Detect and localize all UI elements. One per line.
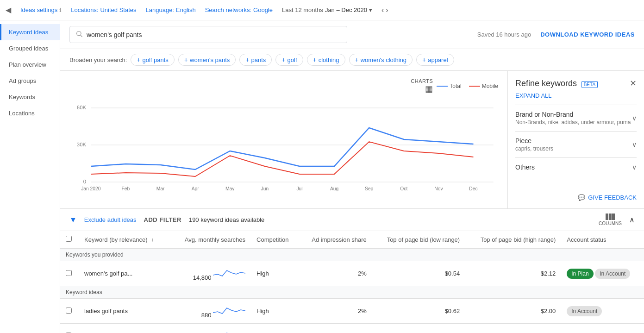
- download-keyword-ideas-button[interactable]: DOWNLOAD KEYWORD IDEAS: [540, 31, 635, 38]
- bid-high-cell: $2.00: [465, 299, 561, 324]
- plus-icon: +: [281, 56, 285, 63]
- th-select-all[interactable]: [60, 231, 79, 248]
- add-filter-button[interactable]: ADD FILTER: [144, 216, 181, 223]
- svg-text:May: May: [225, 186, 235, 191]
- ideas-settings[interactable]: Ideas settings ℹ: [20, 6, 62, 13]
- table-row: ladies golf pants 880 High 2% $0.62 $2.0…: [60, 299, 644, 324]
- sidebar-item-plan-overview[interactable]: Plan overview: [0, 57, 60, 73]
- refine-section-piece-content: Piece capris, trousers: [515, 137, 553, 152]
- collapse-table-button[interactable]: ∧: [629, 215, 635, 224]
- th-ad-impression[interactable]: Ad impression share: [299, 231, 372, 248]
- sidebar-item-grouped-ideas[interactable]: Grouped ideas: [0, 40, 60, 57]
- broaden-chip-pants[interactable]: +pants: [239, 54, 272, 66]
- row-checkbox-cell[interactable]: [60, 299, 79, 324]
- bid-low-cell: $0.62: [372, 299, 465, 324]
- in-account-badge[interactable]: In Account: [595, 269, 630, 279]
- bid-low-cell: $0.33: [372, 324, 465, 333]
- competition-cell: High: [251, 299, 299, 324]
- broaden-chip-apparel[interactable]: +apparel: [416, 54, 454, 66]
- date-range-label: Last 12 months: [282, 6, 323, 13]
- select-all-checkbox[interactable]: [66, 236, 72, 242]
- chart-container: CHARTS ▦ Total Mobile: [60, 71, 507, 209]
- date-prev-button[interactable]: ‹: [381, 6, 384, 14]
- date-range-value: Jan – Dec 2020: [325, 6, 367, 13]
- language-value[interactable]: English: [176, 6, 196, 13]
- plus-icon: +: [422, 56, 426, 63]
- broaden-chip-women's-clothing[interactable]: +women's clothing: [349, 54, 413, 66]
- ad-imp-cell: < 1%: [299, 324, 372, 333]
- collapse-sidebar-icon[interactable]: ◀: [6, 6, 11, 14]
- feedback-icon: 💬: [578, 194, 585, 201]
- refine-section-others-header[interactable]: Others ∨: [515, 163, 637, 171]
- row-checkbox-cell[interactable]: [60, 324, 79, 333]
- expand-all-button[interactable]: EXPAND ALL: [515, 92, 637, 99]
- refine-section-piece-title: Piece: [515, 137, 553, 145]
- svg-text:Mar: Mar: [156, 186, 165, 191]
- refine-section-brand-content: Brand or Non-Brand Non-Brands, nike, adi…: [515, 111, 631, 126]
- search-area: Saved 16 hours ago DOWNLOAD KEYWORD IDEA…: [60, 20, 644, 49]
- svg-line-1: [81, 35, 82, 37]
- row-checkbox[interactable]: [66, 270, 72, 276]
- th-account-status[interactable]: Account status: [561, 231, 644, 248]
- th-keyword[interactable]: Keyword (by relevance) ↓: [79, 231, 171, 248]
- row-checkbox-cell[interactable]: [60, 261, 79, 286]
- legend-total-label: Total: [450, 83, 461, 89]
- date-dropdown-icon[interactable]: ▾: [369, 6, 372, 13]
- refine-section-piece-header[interactable]: Piece capris, trousers ∨: [515, 137, 637, 152]
- search-networks-value[interactable]: Google: [253, 6, 273, 13]
- sidebar-item-locations[interactable]: Locations: [0, 105, 60, 121]
- refine-header: Refine keywords BETA ✕: [515, 78, 637, 88]
- keywords-table: Keyword (by relevance) ↓ Avg. monthly se…: [60, 231, 644, 333]
- give-feedback-button[interactable]: 💬 GIVE FEEDBACK: [578, 194, 637, 201]
- date-next-button[interactable]: ›: [386, 6, 388, 14]
- broaden-chip-golf-pants[interactable]: +golf pants: [131, 54, 175, 66]
- broaden-chip-women's-pants[interactable]: +women's pants: [178, 54, 236, 66]
- svg-text:Jul: Jul: [296, 186, 302, 191]
- filter-icon: ▼: [69, 216, 77, 224]
- refine-section-brand-header[interactable]: Brand or Non-Brand Non-Brands, nike, adi…: [515, 111, 637, 126]
- piece-chevron-icon: ∨: [632, 141, 637, 148]
- in-plan-badge[interactable]: In Plan: [567, 269, 593, 279]
- sidebar-item-keyword-ideas[interactable]: Keyword ideas: [0, 24, 60, 40]
- columns-button[interactable]: COLUMNS: [599, 214, 622, 226]
- refine-section-brand: Brand or Non-Brand Non-Brands, nike, adi…: [515, 105, 637, 131]
- th-bid-high[interactable]: Top of page bid (high range): [465, 231, 561, 248]
- keyword-cell: ladies golf pants: [79, 299, 171, 324]
- account-status-cell: In Plan In Account: [561, 261, 644, 286]
- broaden-label: Broaden your search:: [69, 57, 127, 63]
- broaden-search-area: Broaden your search: +golf pants+women's…: [60, 49, 644, 71]
- th-avg-monthly[interactable]: Avg. monthly searches: [171, 231, 251, 248]
- date-range-section[interactable]: Last 12 months Jan – Dec 2020 ▾: [282, 6, 372, 13]
- refine-section-others: Others ∨: [515, 157, 637, 176]
- refine-section-brand-sub: Non-Brands, nike, adidas, under armour, …: [515, 119, 631, 126]
- exclude-adult-button[interactable]: Exclude adult ideas: [84, 216, 137, 223]
- svg-text:30K: 30K: [77, 142, 87, 147]
- broaden-chip-clothing[interactable]: +clothing: [307, 54, 345, 66]
- svg-point-0: [77, 31, 81, 36]
- th-bid-low[interactable]: Top of page bid (low range): [372, 231, 465, 248]
- sidebar-item-ad-groups[interactable]: Ad groups: [0, 73, 60, 89]
- brand-chevron-icon: ∨: [632, 114, 637, 122]
- plus-icon: +: [355, 56, 359, 63]
- th-competition[interactable]: Competition: [251, 231, 299, 248]
- info-icon[interactable]: ℹ: [59, 7, 62, 13]
- bid-high-cell: $1.52: [465, 324, 561, 333]
- mobile-line: [469, 86, 480, 87]
- charts-icon[interactable]: ▦: [425, 84, 433, 94]
- date-nav[interactable]: ‹ ›: [381, 6, 388, 14]
- total-line: [437, 86, 448, 87]
- svg-rect-22: [612, 214, 615, 220]
- in-account-badge[interactable]: In Account: [567, 306, 602, 316]
- svg-text:Aug: Aug: [330, 186, 338, 191]
- language-label: Language:: [146, 6, 174, 13]
- search-input[interactable]: [87, 31, 341, 38]
- svg-text:Oct: Oct: [400, 186, 407, 191]
- broaden-chip-golf[interactable]: +golf: [275, 54, 303, 66]
- sidebar-item-keywords[interactable]: Keywords: [0, 89, 60, 105]
- top-bar: ◀ Ideas settings ℹ Locations: United Sta…: [0, 0, 644, 20]
- row-checkbox[interactable]: [66, 308, 72, 314]
- plus-icon: +: [245, 56, 249, 63]
- locations-value[interactable]: United States: [100, 6, 136, 13]
- search-box[interactable]: [69, 26, 347, 43]
- refine-close-button[interactable]: ✕: [630, 78, 637, 88]
